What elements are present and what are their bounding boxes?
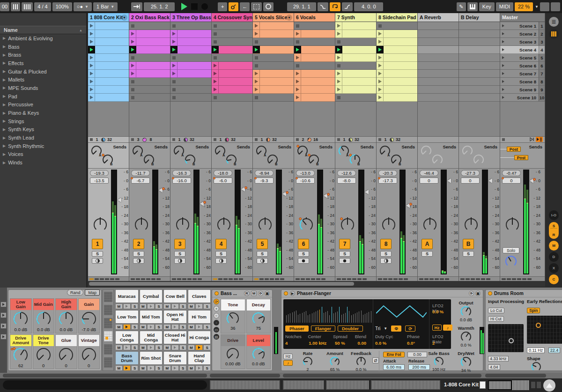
draw-mode-icon[interactable]: ✎ [457,2,466,11]
track-header[interactable]: 7 Synth [335,13,376,22]
stop-all-icon[interactable] [337,138,340,141]
stop-all-icon[interactable] [378,138,381,141]
chain-view-icon[interactable]: ▭ [214,327,219,333]
phase-button[interactable]: Φ [391,325,401,332]
pad-solo-button[interactable]: S [179,345,187,350]
clip-launch-button[interactable] [253,86,260,93]
clip-slot[interactable] [253,78,294,86]
pad-mute-button[interactable]: M [188,324,195,330]
clip-overview-thumb[interactable] [371,380,440,390]
clip-stop-icon[interactable] [172,24,176,28]
drum-pad-name[interactable]: Rim Shot [140,351,163,365]
drum-pad-name[interactable]: Mid Conga [140,331,163,344]
toggle-io[interactable]: I-O [549,210,559,220]
input-filter-display[interactable] [488,324,524,352]
stop-all-icon[interactable] [172,138,175,141]
clip-slot-empty[interactable] [170,86,211,94]
clip-launch-button[interactable] [212,78,219,85]
clip-slot-playing[interactable] [212,46,252,54]
pad-mute-button[interactable]: M [163,303,171,309]
clip-slot[interactable] [253,22,294,30]
pad-play-button[interactable] [147,345,155,350]
scene-row[interactable]: Scene 11 [500,22,545,30]
clip-slot[interactable] [88,62,129,70]
clip-stop-icon[interactable] [214,32,217,36]
pad-play-button[interactable] [123,345,131,350]
clip-launch-button[interactable] [377,86,384,93]
send-a-knob[interactable]: A [338,145,350,157]
expand-arrow-icon[interactable]: ▶ [3,36,6,40]
drum-pad-name[interactable]: Hi Conga [188,331,211,344]
clip-launch-button[interactable] [253,30,260,37]
clip-launch-button[interactable] [129,38,136,45]
scene-row[interactable]: Scene 55 [500,54,545,62]
volume-field[interactable]: -13.5 [90,178,109,184]
clip-launch-button[interactable] [129,30,136,37]
clip-launch-button[interactable] [377,38,384,45]
clip-slot[interactable] [335,30,376,38]
macro-control[interactable]: Mid Gain0.0 dB [33,298,55,333]
pad-solo-button[interactable]: S [179,324,187,330]
pan-knob[interactable] [93,217,108,232]
clip-slot-empty[interactable] [253,54,294,62]
solo-button[interactable]: S [174,251,185,257]
pan-knob[interactable] [464,217,479,232]
track-activator[interactable]: 5 [257,239,268,249]
toggle-mixer[interactable]: M [549,241,559,251]
clip-launch-button[interactable] [88,54,95,61]
tempo-field[interactable]: 00 [0,2,9,11]
volume-field[interactable]: 0 [461,178,480,184]
clip-slot[interactable] [253,30,294,38]
stop-all-clips-button[interactable] [502,138,505,141]
stop-all-icon[interactable] [255,138,258,141]
pad-play-button[interactable] [123,365,131,371]
send-b-knob[interactable]: B [102,154,114,166]
clip-stop-icon[interactable] [131,88,134,91]
pad-bank-block[interactable] [104,318,112,328]
clip-slot-playing[interactable] [88,46,129,54]
clip-slot[interactable] [88,70,129,78]
toggle-c[interactable]: C [549,274,559,284]
drum-pad-name[interactable]: Cymbal [140,289,163,303]
clip-launch-button[interactable] [377,46,384,53]
pad-mute-button[interactable]: M [115,324,123,330]
clip-slot[interactable] [212,70,252,78]
clip-slot[interactable] [170,62,211,70]
zoom-overview[interactable] [488,380,529,390]
lfo-shape-select[interactable]: Tri▼ [375,326,387,331]
pad-play-button[interactable] [123,303,131,309]
pad-mute-button[interactable]: M [163,345,171,350]
clip-launch-button[interactable] [88,30,95,37]
clip-slot[interactable] [335,70,376,78]
pad-solo-button[interactable]: S [131,345,139,350]
expand-arrow-icon[interactable]: ▶ [3,119,6,123]
pad-play-button[interactable] [171,324,179,330]
clip-slot[interactable] [335,78,376,86]
clip-slot[interactable] [88,30,129,38]
record-button[interactable] [201,3,208,10]
punch-in-icon[interactable] [318,2,328,11]
zoom-out-icon[interactable]: − [214,313,219,318]
clip-slot[interactable] [377,30,417,38]
browser-item[interactable]: ▶Synth Rhythmic [0,142,86,150]
volume-field[interactable]: -9.3 [255,178,274,184]
solo-button[interactable]: S [463,251,474,257]
pad-play-button[interactable] [147,365,155,371]
clip-launch-button[interactable] [335,30,342,37]
macro-control[interactable]: High Gain0.0 dB [55,298,77,333]
param-value[interactable]: 4 [285,340,304,346]
volume-field[interactable]: -8.0 [337,178,356,184]
rate-knob[interactable] [302,356,313,367]
clip-launch-button[interactable] [88,86,95,93]
expand-arrow-icon[interactable]: ▶ [3,111,6,115]
drum-pad[interactable]: Cow BellMS [163,289,187,309]
clip-slot-empty[interactable] [212,30,252,38]
clip-stop-icon[interactable] [214,40,217,44]
toggle-crossfade[interactable]: X [549,263,559,273]
pan-knob[interactable] [258,217,273,232]
clip-launch-button[interactable] [377,94,384,101]
clip-stop-icon[interactable] [131,24,134,28]
pan-knob[interactable] [422,217,437,232]
macro-control[interactable]: Drive Tone0 [33,334,55,370]
drum-pad[interactable]: Hand ClapMS [188,351,211,371]
